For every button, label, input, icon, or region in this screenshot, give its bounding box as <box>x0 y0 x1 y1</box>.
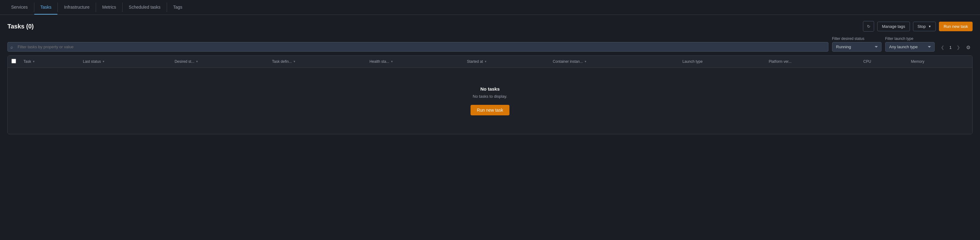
search-wrap: ⌕ <box>7 42 829 52</box>
page-title: Tasks (0) <box>7 23 33 30</box>
th-task-definition-label: Task defin... <box>272 59 292 64</box>
empty-subtitle: No tasks to display. <box>14 94 966 99</box>
empty-state: No tasks No tasks to display. Run new ta… <box>8 68 972 134</box>
header-row: Tasks (0) ↻ Manage tags Stop ▼ Run new t… <box>7 21 973 32</box>
th-platform-version-label: Platform ver... <box>769 59 792 64</box>
empty-state-row: No tasks No tasks to display. Run new ta… <box>8 68 972 134</box>
tasks-table: Task ▼ Last status ▼ Desired st... <box>8 56 972 134</box>
th-last-status-label: Last status <box>83 59 101 64</box>
th-cpu-label: CPU <box>863 59 871 64</box>
sort-icon-task-def: ▼ <box>293 60 296 63</box>
pagination-current: 1 <box>948 45 953 50</box>
th-platform-version: Platform ver... <box>765 56 859 68</box>
select-all-checkbox[interactable] <box>11 59 16 63</box>
nav-item-services[interactable]: Services <box>5 0 34 14</box>
sort-icon-health-status: ▼ <box>391 60 393 63</box>
empty-run-new-task-label: Run new task <box>477 108 503 113</box>
nav-item-tasks[interactable]: Tasks <box>34 0 58 14</box>
launch-type-select[interactable]: Any launch type EC2 FARGATE EXTERNAL <box>885 42 935 52</box>
th-task-definition[interactable]: Task defin... ▼ <box>268 56 366 68</box>
th-container-instance-label: Container instan... <box>553 59 582 64</box>
desired-status-select[interactable]: Running Stopped Any desired status <box>832 42 881 52</box>
sort-icon-last-status: ▼ <box>102 60 105 63</box>
stop-dropdown-arrow: ▼ <box>928 25 931 28</box>
select-all-th <box>8 56 20 68</box>
th-health-status-label: Health sta... <box>369 59 389 64</box>
th-desired-status[interactable]: Desired st... ▼ <box>171 56 268 68</box>
stop-button[interactable]: Stop ▼ <box>913 22 936 31</box>
th-memory: Memory <box>907 56 972 68</box>
th-desired-status-label: Desired st... <box>175 59 194 64</box>
th-started-at-label: Started at <box>467 59 483 64</box>
table-body: No tasks No tasks to display. Run new ta… <box>8 68 972 134</box>
th-health-status[interactable]: Health sta... ▼ <box>366 56 463 68</box>
refresh-button[interactable]: ↻ <box>863 21 874 32</box>
main-content: Tasks (0) ↻ Manage tags Stop ▼ Run new t… <box>0 15 980 141</box>
search-icon: ⌕ <box>11 45 13 50</box>
refresh-icon: ↻ <box>867 24 870 29</box>
tasks-table-wrap: Task ▼ Last status ▼ Desired st... <box>7 55 973 134</box>
manage-tags-button[interactable]: Manage tags <box>877 22 910 31</box>
th-task[interactable]: Task ▼ <box>20 56 80 68</box>
empty-state-cell: No tasks No tasks to display. Run new ta… <box>8 68 972 134</box>
header-actions: ↻ Manage tags Stop ▼ Run new task <box>863 21 973 32</box>
th-last-status[interactable]: Last status ▼ <box>80 56 171 68</box>
desired-status-filter-group: Filter desired status Running Stopped An… <box>832 37 881 52</box>
th-cpu: CPU <box>859 56 907 68</box>
search-input[interactable] <box>7 42 829 52</box>
desired-status-label: Filter desired status <box>832 37 881 41</box>
pagination-next-button[interactable]: ❯ <box>954 43 963 52</box>
th-task-label: Task <box>24 59 31 64</box>
run-new-task-button[interactable]: Run new task <box>939 22 973 31</box>
empty-run-new-task-button[interactable]: Run new task <box>471 105 510 115</box>
top-navigation: Services Tasks Infrastructure Metrics Sc… <box>0 0 980 15</box>
nav-item-scheduled-tasks[interactable]: Scheduled tasks <box>123 0 167 14</box>
th-launch-type-label: Launch type <box>682 59 702 64</box>
empty-title: No tasks <box>14 86 966 91</box>
nav-item-metrics[interactable]: Metrics <box>96 0 122 14</box>
sort-icon-container: ▼ <box>584 60 587 63</box>
pagination: ❮ 1 ❯ ⚙ <box>938 43 973 52</box>
sort-icon-started-at: ▼ <box>484 60 487 63</box>
th-memory-label: Memory <box>911 59 924 64</box>
pagination-prev-button[interactable]: ❮ <box>938 43 947 52</box>
th-started-at[interactable]: Started at ▼ <box>463 56 549 68</box>
stop-label: Stop <box>918 24 926 29</box>
nav-item-infrastructure[interactable]: Infrastructure <box>58 0 95 14</box>
manage-tags-label: Manage tags <box>882 24 905 29</box>
sort-icon-task: ▼ <box>32 60 35 63</box>
th-launch-type: Launch type <box>679 56 765 68</box>
th-container-instance[interactable]: Container instan... ▼ <box>549 56 679 68</box>
table-settings-button[interactable]: ⚙ <box>964 43 973 52</box>
table-header-row: Task ▼ Last status ▼ Desired st... <box>8 56 972 68</box>
run-new-task-label: Run new task <box>943 24 968 29</box>
launch-type-filter-group: Filter launch type Any launch type EC2 F… <box>885 37 935 52</box>
sort-icon-desired-status: ▼ <box>196 60 198 63</box>
launch-type-label: Filter launch type <box>885 37 935 41</box>
nav-item-tags[interactable]: Tags <box>167 0 189 14</box>
filters-row: ⌕ Filter desired status Running Stopped … <box>7 37 973 52</box>
